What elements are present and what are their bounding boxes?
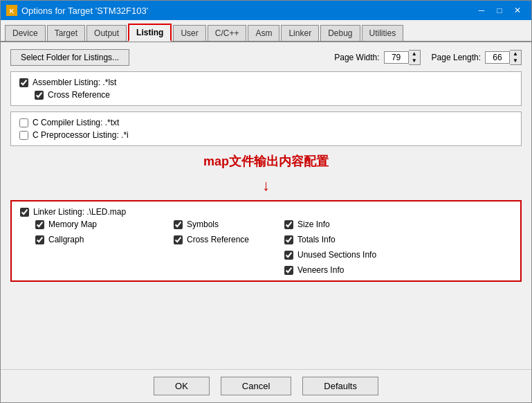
linker-crossref-checkbox[interactable] [174,235,183,244]
tab-bar: Device Target Output Listing User C/C++ … [1,20,531,42]
callgraph-label: Callgraph [48,235,84,244]
page-length-spinner-btns: ▲ ▼ [510,50,522,65]
linker-listing-checkbox[interactable] [20,208,29,217]
tab-linker[interactable]: Linker [281,25,319,42]
page-width-label: Page Width: [334,53,379,62]
c-compiler-row: C Compiler Listing: .*txt [19,118,513,127]
tab-asm[interactable]: Asm [248,25,279,42]
c-preprocessor-label: C Preprocessor Listing: .*i [33,130,129,140]
assembler-section: Assembler Listing: .*lst Cross Reference [10,71,522,106]
veneers-row: Veneers Info [284,265,512,275]
top-row: Select Folder for Listings... Page Width… [10,49,522,66]
linker-col1: Memory Map Callgraph [20,220,158,275]
tab-utilities[interactable]: Utilities [362,25,404,42]
unused-sections-checkbox[interactable] [284,251,293,260]
c-compiler-checkbox[interactable] [19,118,28,127]
veneers-label: Veneers Info [297,265,344,275]
main-content: Select Folder for Listings... Page Width… [1,42,531,369]
assembler-listing-checkbox[interactable] [19,78,28,87]
c-compiler-label: C Compiler Listing: .*txt [33,118,119,127]
annotation-arrow: ↓ [10,177,522,195]
tab-device[interactable]: Device [5,25,46,42]
app-icon: K [6,5,17,16]
linker-crossref-row: Cross Reference [174,235,269,244]
defaults-button[interactable]: Defaults [302,377,378,395]
tab-debug[interactable]: Debug [320,25,360,42]
page-length-input[interactable] [485,51,510,64]
linker-crossref-label: Cross Reference [187,235,249,244]
title-bar: K Options for Target 'STM32F103' ─ □ ✕ [1,1,531,20]
tab-listing[interactable]: Listing [128,24,172,42]
svg-text:K: K [10,8,15,15]
page-length-spinner: ▲ ▼ [485,50,522,65]
main-window: K Options for Target 'STM32F103' ─ □ ✕ D… [0,0,532,403]
bottom-bar: OK Cancel Defaults [1,369,531,402]
size-info-label: Size Info [297,220,330,229]
tab-cpp[interactable]: C/C++ [208,25,247,42]
window-title: Options for Target 'STM32F103' [21,6,148,16]
linker-col3: Size Info Totals Info Unused Sections In… [269,220,512,275]
title-bar-controls: ─ □ ✕ [473,3,526,17]
totals-info-checkbox[interactable] [284,235,293,244]
callgraph-row: Callgraph [35,235,158,244]
linker-listing-row: Linker Listing: .\LED.map [20,207,512,217]
linker-section: Linker Listing: .\LED.map Memory Map Cal… [10,200,522,282]
annotation-area: map文件输出内容配置 [10,153,522,170]
memory-map-checkbox[interactable] [35,220,44,229]
symbols-checkbox[interactable] [174,220,183,229]
memory-map-label: Memory Map [48,220,97,229]
size-info-row: Size Info [284,220,512,229]
veneers-checkbox[interactable] [284,266,293,275]
assembler-listing-label: Assembler Listing: .*lst [33,78,116,87]
assembler-listing-row: Assembler Listing: .*lst [19,78,513,87]
cancel-button[interactable]: Cancel [221,377,291,395]
callgraph-checkbox[interactable] [35,235,44,244]
page-controls: Page Width: ▲ ▼ Page Length: ▲ [334,50,522,65]
select-folder-button[interactable]: Select Folder for Listings... [10,49,129,66]
tab-user[interactable]: User [173,25,205,42]
unused-sections-row: Unused Sections Info [284,250,512,260]
totals-info-row: Totals Info [284,235,512,244]
tab-output[interactable]: Output [86,25,127,42]
symbols-label: Symbols [187,220,219,229]
linker-listing-label: Linker Listing: .\LED.map [33,207,126,217]
page-width-down[interactable]: ▼ [409,57,420,64]
assembler-crossref-checkbox[interactable] [35,91,44,100]
totals-info-label: Totals Info [297,235,336,244]
title-bar-left: K Options for Target 'STM32F103' [6,5,148,16]
page-length-down[interactable]: ▼ [510,57,521,64]
assembler-crossref-label: Cross Reference [48,90,110,100]
annotation-text: map文件输出内容配置 [203,154,329,168]
unused-sections-label: Unused Sections Info [297,250,376,260]
c-preprocessor-checkbox[interactable] [19,131,28,140]
symbols-row: Symbols [174,220,269,229]
page-length-label: Page Length: [432,53,481,62]
minimize-button[interactable]: ─ [473,3,490,17]
c-preprocessor-row: C Preprocessor Listing: .*i [19,130,513,140]
page-width-control: Page Width: ▲ ▼ [334,50,420,65]
page-width-spinner: ▲ ▼ [384,50,421,65]
linker-grid: Memory Map Callgraph Symbols Cro [20,220,512,275]
memory-map-row: Memory Map [35,220,158,229]
compiler-section: C Compiler Listing: .*txt C Preprocessor… [10,111,522,146]
close-button[interactable]: ✕ [509,3,526,17]
page-length-control: Page Length: ▲ ▼ [432,50,522,65]
tab-target[interactable]: Target [47,25,85,42]
assembler-crossref-row: Cross Reference [35,90,513,100]
page-width-input[interactable] [384,51,409,64]
page-width-up[interactable]: ▲ [409,51,420,57]
linker-col2: Symbols Cross Reference [158,220,269,275]
page-length-up[interactable]: ▲ [510,51,521,57]
ok-button[interactable]: OK [154,377,210,395]
size-info-checkbox[interactable] [284,220,293,229]
page-width-spinner-btns: ▲ ▼ [409,50,421,65]
maximize-button[interactable]: □ [491,3,508,17]
